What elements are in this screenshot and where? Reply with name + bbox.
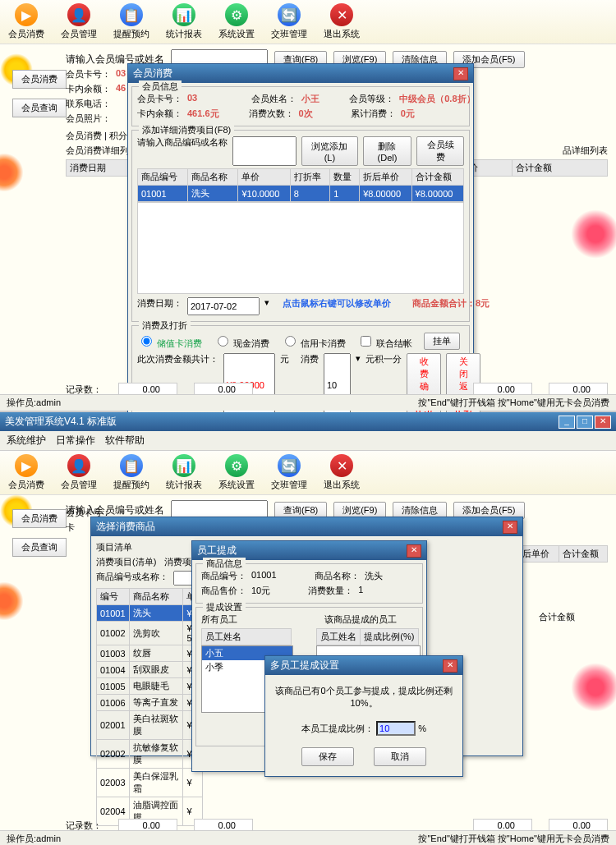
toolbar-exit[interactable]: ✕退出系统	[324, 454, 360, 491]
cancel-button[interactable]: 取消	[374, 747, 426, 766]
tab-query[interactable]: 会员查询	[12, 99, 67, 117]
window-titlebar: 美发管理系统V4.1 标准版 _ □ ✕	[0, 412, 616, 431]
toolbar-remind[interactable]: 📋提醒预约	[113, 454, 149, 491]
renew-button[interactable]: 会员续费	[416, 136, 464, 166]
table-row[interactable]: 01001洗头¥10.000081¥8.00000¥8.00000	[138, 186, 464, 202]
list-item[interactable]: 01006等离子直发¥	[97, 695, 203, 711]
list-item[interactable]: 01005电眼睫毛¥	[97, 678, 203, 695]
screen-1: ▶会员消费 👤会员管理 📋提醒预约 📊统计报表 ⚙系统设置 🔄交班管理 ✕退出系…	[0, 0, 616, 412]
gear-icon: ⚙	[225, 454, 248, 477]
toolbar-report[interactable]: 📊统计报表	[166, 3, 202, 40]
close-button[interactable]: ✕	[595, 416, 611, 429]
list-item[interactable]: 02001美白祛斑软膜¥	[97, 711, 203, 740]
user-icon: 👤	[67, 454, 90, 477]
member-info-group: 会员信息 会员卡号：03 会员姓名：小王 会员等级：中级会员（0.8折） 卡内余…	[131, 86, 470, 126]
swap-icon: 🔄	[278, 3, 301, 26]
message-text: 该商品已有0个员工参与提成，提成比例还剩10%。	[275, 685, 453, 710]
list-item[interactable]: 02003美白保湿乳霜¥	[97, 769, 203, 797]
pay-cash-radio[interactable]: 现金消费	[214, 333, 269, 350]
dialog-titlebar: 选择消费商品 ✕	[91, 517, 522, 536]
browse-add-button[interactable]: 浏览添加(L)	[301, 136, 358, 166]
items-grid[interactable]: 商品编号商品名称单价打折率数量折后单价合计金额 01001洗头¥10.00008…	[137, 168, 464, 202]
minimize-button[interactable]: _	[559, 416, 575, 429]
close-button[interactable]: ✕	[453, 67, 468, 80]
list-item[interactable]: 01001洗头¥	[97, 605, 203, 622]
toolbar-consume[interactable]: ▶会员消费	[8, 3, 44, 40]
toolbar-settings[interactable]: ⚙系统设置	[218, 3, 255, 40]
hold-button[interactable]: 挂单	[424, 333, 460, 350]
toolbar-shift[interactable]: 🔄交班管理	[271, 454, 307, 491]
decoration-flower	[567, 205, 616, 263]
swap-icon: 🔄	[278, 454, 301, 477]
toolbar-consume[interactable]: ▶会员消费	[8, 454, 44, 491]
dialog-titlebar: 多员工提成设置 ✕	[265, 656, 462, 675]
notebook-icon: 📋	[120, 454, 143, 477]
menu-item[interactable]: 系统维护	[7, 434, 46, 448]
decoration-flower	[0, 576, 25, 626]
toolbar-shift[interactable]: 🔄交班管理	[271, 3, 307, 40]
decoration-flower	[0, 148, 25, 197]
main-toolbar: ▶会员消费 👤会员管理 📋提醒预约 📊统计报表 ⚙系统设置 🔄交班管理 ✕退出系…	[0, 0, 616, 44]
pay-card-radio[interactable]: 储值卡消费	[137, 333, 202, 350]
list-item[interactable]: 02002抗敏修复软膜¥	[97, 740, 203, 769]
pay-join-check[interactable]: 联合结帐	[357, 333, 412, 350]
dropdown-icon[interactable]: ▾	[264, 297, 269, 315]
toolbar-settings[interactable]: ⚙系统设置	[218, 454, 255, 491]
decoration-flower	[567, 659, 616, 716]
toolbar-exit[interactable]: ✕退出系统	[324, 3, 360, 40]
toolbar-member[interactable]: 👤会员管理	[61, 454, 97, 491]
list-item[interactable]: 01003纹唇¥	[97, 645, 203, 662]
status-bar: 操作员:admin按"End"键打开钱箱 按"Home"键用无卡会员消费	[0, 830, 616, 845]
date-input[interactable]	[187, 297, 260, 315]
play-icon: ▶	[15, 3, 38, 26]
main-toolbar: ▶会员消费 👤会员管理 📋提醒预约 📊统计报表 ⚙系统设置 🔄交班管理 ✕退出系…	[0, 451, 616, 495]
menu-item[interactable]: 日常操作	[56, 434, 95, 448]
list-item[interactable]: 01002洗剪吹¥ 5	[97, 622, 203, 645]
tab-query[interactable]: 会员查询	[12, 538, 67, 557]
add-item-group: 添加详细消费项目(F8) 请输入商品编码或名称 浏览添加(L) 删除(Del) …	[131, 130, 470, 322]
toolbar-report[interactable]: 📊统计报表	[166, 454, 202, 491]
chart-icon: 📊	[172, 3, 195, 26]
multi-commission-dialog: 多员工提成设置 ✕ 该商品已有0个员工参与提成，提成比例还剩10%。 本员工提成…	[264, 655, 463, 777]
screen-2: 美发管理系统V4.1 标准版 _ □ ✕ 系统维护 日常操作 软件帮助 ▶会员消…	[0, 412, 616, 845]
menu-bar: 系统维护 日常操作 软件帮助	[0, 431, 616, 451]
toolbar-member[interactable]: 👤会员管理	[61, 3, 97, 40]
chart-icon: 📊	[172, 454, 195, 477]
grid-body[interactable]	[137, 202, 464, 294]
close-button[interactable]: ✕	[407, 544, 421, 558]
product-input[interactable]	[232, 136, 297, 166]
product-info-group: 商品信息 商品编号：01001商品名称：洗头 商品售价：10元消费数量：1	[195, 563, 423, 604]
product-grid[interactable]: 编号商品名称单 01001洗头¥ 01002洗剪吹¥ 5 01003纹唇¥ 01…	[96, 588, 203, 826]
save-button[interactable]: 保存	[301, 747, 354, 766]
play-icon: ▶	[15, 454, 38, 477]
pay-credit-radio[interactable]: 信用卡消费	[281, 333, 346, 350]
status-bar: 操作员:admin按"End"键打开钱箱 按"Home"键用无卡会员消费	[0, 394, 616, 411]
close-button[interactable]: ✕	[443, 659, 457, 673]
notebook-icon: 📋	[120, 3, 143, 26]
maximize-button[interactable]: □	[577, 416, 593, 429]
close-button[interactable]: ✕	[503, 521, 517, 534]
list-item[interactable]: 01004刮双眼皮¥	[97, 662, 203, 678]
tab-consume[interactable]: 会员消费	[12, 509, 67, 528]
close-icon: ✕	[330, 454, 353, 477]
menu-item[interactable]: 软件帮助	[105, 434, 145, 448]
gear-icon: ⚙	[225, 3, 248, 26]
delete-button[interactable]: 删除(Del)	[363, 136, 411, 166]
toolbar-remind[interactable]: 📋提醒预约	[113, 3, 149, 40]
close-icon: ✕	[330, 3, 353, 26]
rate-input[interactable]	[376, 721, 416, 736]
tab-consume[interactable]: 会员消费	[12, 70, 67, 89]
user-icon: 👤	[67, 3, 90, 26]
